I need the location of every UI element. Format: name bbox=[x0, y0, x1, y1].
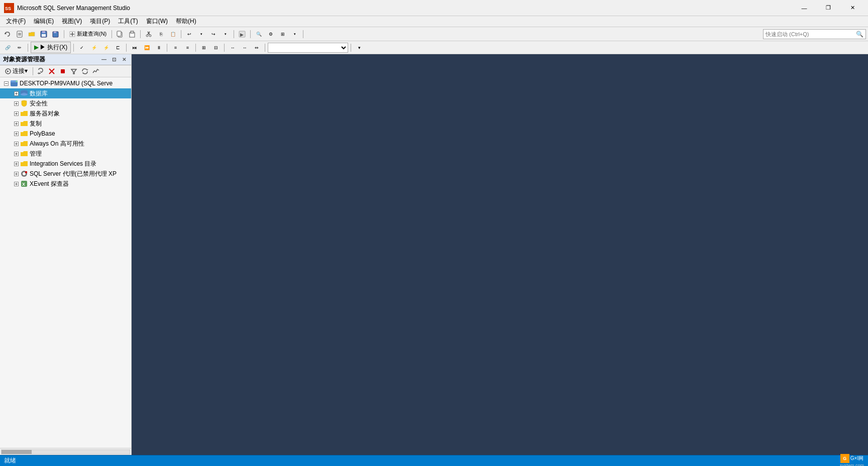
toolbar-saveall[interactable] bbox=[50, 29, 61, 39]
restore-button[interactable]: ❐ bbox=[817, 3, 840, 13]
tb2-icon3[interactable]: ⊏ bbox=[113, 43, 124, 53]
panel-toolbar: 连接▾ bbox=[0, 65, 131, 77]
sep14 bbox=[265, 44, 265, 52]
polybase-icon bbox=[20, 130, 28, 138]
tb2-step[interactable]: ⏭ bbox=[129, 43, 140, 53]
close-button[interactable]: ✕ bbox=[841, 3, 864, 13]
databases-expand[interactable] bbox=[12, 89, 20, 97]
toolbar-run[interactable]: ▶ bbox=[237, 29, 248, 39]
server-objects-label: 服务器对象 bbox=[30, 109, 60, 118]
menu-window[interactable]: 窗口(W) bbox=[142, 16, 172, 27]
toolbar-grid[interactable]: ⊞ bbox=[277, 29, 288, 39]
menu-help[interactable]: 帮助(H) bbox=[172, 16, 200, 27]
tree-item-databases[interactable]: 数据库 bbox=[0, 88, 131, 98]
menu-view[interactable]: 视图(V) bbox=[58, 16, 86, 27]
tree-item-server-objects[interactable]: 服务器对象 bbox=[0, 108, 131, 119]
server-expand[interactable] bbox=[2, 79, 10, 87]
database-selector[interactable] bbox=[268, 43, 348, 53]
undo-group-btn[interactable] bbox=[2, 29, 13, 39]
sql-agent-expand[interactable] bbox=[12, 170, 20, 178]
scrollbar-thumb[interactable] bbox=[2, 450, 32, 454]
minimize-button[interactable]: — bbox=[793, 3, 816, 13]
tb2-icon2[interactable]: ✏ bbox=[14, 43, 25, 53]
toolbar-copy2[interactable]: ⎘ bbox=[155, 29, 166, 39]
panel-undock-btn[interactable]: ⊡ bbox=[110, 56, 118, 64]
tree-item-xevent[interactable]: X XEvent 探查器 bbox=[0, 179, 131, 189]
toolbar-redo[interactable]: ↪ bbox=[208, 29, 219, 39]
panel-disconnect[interactable] bbox=[47, 67, 57, 76]
toolbar-save[interactable] bbox=[38, 29, 49, 39]
logo-icon: G bbox=[840, 454, 849, 463]
tree-item-management[interactable]: 管理 bbox=[0, 149, 131, 159]
object-explorer-panel: 对象资源管理器 — ⊡ ✕ 连接▾ bbox=[0, 54, 132, 455]
svg-rect-7 bbox=[42, 31, 45, 33]
panel-close-btn[interactable]: ✕ bbox=[120, 56, 128, 64]
tree-item-replication[interactable]: 复制 bbox=[0, 119, 131, 129]
panel-monitor-btn[interactable] bbox=[91, 67, 101, 76]
toolbar-paste2[interactable]: 📋 bbox=[167, 29, 178, 39]
tb2-icon1[interactable]: 🔗 bbox=[2, 43, 13, 53]
sep12 bbox=[195, 44, 196, 52]
integration-expand[interactable] bbox=[12, 160, 20, 168]
toolbar-redo-dd[interactable]: ▾ bbox=[220, 29, 231, 39]
toolbar-settings[interactable]: ⚙ bbox=[265, 29, 276, 39]
replication-expand[interactable] bbox=[12, 120, 20, 128]
connect-label: 连接▾ bbox=[13, 67, 28, 75]
tb2-parse[interactable]: ⚡ bbox=[88, 43, 99, 53]
security-expand[interactable] bbox=[12, 99, 20, 107]
menu-project[interactable]: 项目(P) bbox=[86, 16, 114, 27]
quick-search-input[interactable] bbox=[766, 31, 856, 37]
execute-button[interactable]: ▶ ▶ 执行(X) bbox=[31, 42, 71, 53]
tb2-icon6[interactable]: ⊞ bbox=[198, 43, 209, 53]
tree-item-polybase[interactable]: PolyBase bbox=[0, 129, 131, 139]
toolbar-filter[interactable]: 🔍 bbox=[253, 29, 264, 39]
tb2-step3[interactable]: ⏸ bbox=[153, 43, 164, 53]
tb2-icon5[interactable]: ≡ bbox=[182, 43, 193, 53]
tb2-step2[interactable]: ⏩ bbox=[141, 43, 152, 53]
tb2-parse2[interactable]: ⚡ bbox=[100, 43, 112, 53]
server-objects-icon bbox=[20, 109, 28, 118]
toolbar-copy[interactable] bbox=[115, 29, 126, 39]
toolbar-cut[interactable] bbox=[143, 29, 154, 39]
sep4 bbox=[181, 30, 181, 38]
menu-tools[interactable]: 工具(T) bbox=[114, 16, 142, 27]
toolbar-undo[interactable]: ↩ bbox=[184, 29, 195, 39]
tb2-icon8[interactable]: ↔ bbox=[227, 43, 238, 53]
panel-filter-btn[interactable] bbox=[69, 67, 79, 76]
panel-refresh-btn[interactable] bbox=[80, 67, 90, 76]
toolbar-new-file[interactable] bbox=[14, 29, 25, 39]
connect-button[interactable]: 连接▾ bbox=[2, 66, 30, 76]
toolbar-open[interactable] bbox=[26, 29, 37, 39]
new-query-btn[interactable]: 新建查询(N) bbox=[67, 29, 109, 39]
polybase-expand[interactable] bbox=[12, 130, 20, 138]
tb2-check[interactable]: ✓ bbox=[76, 43, 87, 53]
tb2-icon4[interactable]: ≡ bbox=[170, 43, 181, 53]
toolbar-dd1[interactable]: ▾ bbox=[289, 29, 300, 39]
execute-icon: ▶ bbox=[34, 44, 38, 51]
tree-item-sql-agent[interactable]: SQL Server 代理(已禁用代理 XP bbox=[0, 169, 131, 179]
sql-agent-label: SQL Server 代理(已禁用代理 XP bbox=[30, 170, 117, 178]
toolbar-paste[interactable] bbox=[127, 29, 138, 39]
tb2-iconend[interactable]: ▾ bbox=[354, 43, 365, 53]
tree-item-always-on[interactable]: Always On 高可用性 bbox=[0, 139, 131, 149]
svg-rect-8 bbox=[42, 34, 46, 37]
server-objects-expand[interactable] bbox=[12, 109, 20, 118]
window-controls: — ❐ ✕ bbox=[793, 3, 864, 13]
tb2-icon10[interactable]: ⇔ bbox=[251, 43, 262, 53]
toolbar-undo-dd[interactable]: ▾ bbox=[196, 29, 207, 39]
menu-edit[interactable]: 编辑(E) bbox=[30, 16, 58, 27]
panel-stop[interactable] bbox=[58, 67, 68, 76]
panel-pin-btn[interactable]: — bbox=[100, 56, 108, 64]
management-expand[interactable] bbox=[12, 150, 20, 158]
security-label: 安全性 bbox=[30, 99, 48, 108]
tb2-icon9[interactable]: ↔ bbox=[239, 43, 250, 53]
svg-text:X: X bbox=[22, 182, 25, 187]
tree-item-security[interactable]: 安全性 bbox=[0, 98, 131, 108]
xevent-expand[interactable] bbox=[12, 180, 20, 188]
always-on-expand[interactable] bbox=[12, 140, 20, 148]
tb2-icon7[interactable]: ⊟ bbox=[210, 43, 222, 53]
menu-file[interactable]: 文件(F) bbox=[2, 16, 30, 27]
server-node[interactable]: DESKTOP-PM9VAMU (SQL Serve bbox=[0, 78, 131, 88]
panel-refresh-filter[interactable] bbox=[36, 67, 46, 76]
tree-item-integration[interactable]: Integration Services 目录 bbox=[0, 159, 131, 169]
